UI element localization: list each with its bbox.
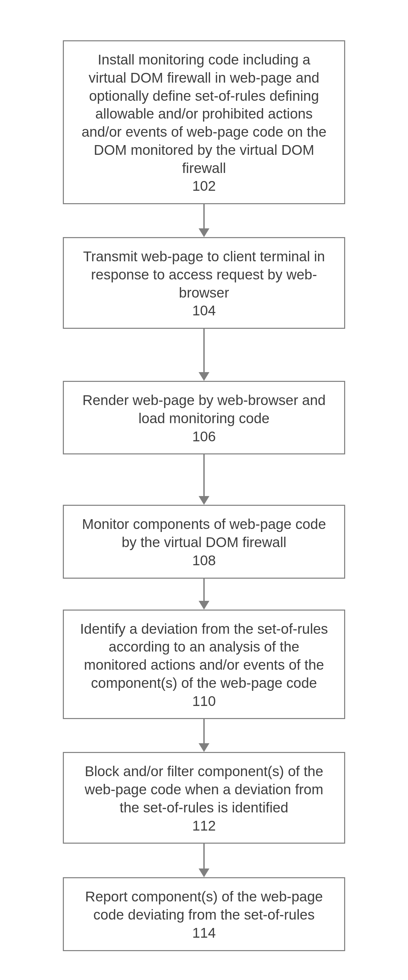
flow-step-114: Report component(s) of the web-page code… <box>63 877 345 951</box>
step-number: 112 <box>77 817 331 835</box>
step-text: Block and/or filter component(s) of the … <box>77 762 331 816</box>
step-number: 114 <box>77 924 331 942</box>
flow-step-102: Install monitoring code including a virt… <box>63 40 345 204</box>
flow-arrow <box>199 844 209 877</box>
flow-arrow <box>199 579 209 609</box>
arrow-shaft <box>203 329 205 372</box>
step-number: 108 <box>77 552 331 570</box>
flow-step-108: Monitor components of web-page code by t… <box>63 505 345 578</box>
flow-arrow <box>199 329 209 381</box>
arrow-shaft <box>203 204 205 228</box>
arrow-shaft <box>203 719 205 743</box>
step-number: 106 <box>77 428 331 445</box>
step-text: Report component(s) of the web-page code… <box>77 888 331 924</box>
flow-step-112: Block and/or filter component(s) of the … <box>63 752 345 844</box>
arrow-head-icon <box>199 601 209 609</box>
step-text: Identify a deviation from the set-of-rul… <box>77 620 331 692</box>
flow-step-104: Transmit web-page to client terminal in … <box>63 237 345 329</box>
step-number: 110 <box>77 692 331 710</box>
arrow-head-icon <box>199 228 209 237</box>
flow-step-110: Identify a deviation from the set-of-rul… <box>63 609 345 719</box>
step-number: 104 <box>77 302 331 320</box>
step-text: Transmit web-page to client terminal in … <box>77 248 331 302</box>
step-number: 102 <box>77 177 331 195</box>
step-text: Render web-page by web-browser and load … <box>77 391 331 428</box>
arrow-head-icon <box>199 496 209 505</box>
arrow-shaft <box>203 579 205 601</box>
step-text: Install monitoring code including a virt… <box>77 51 331 177</box>
step-text: Monitor components of web-page code by t… <box>77 515 331 552</box>
arrow-head-icon <box>199 869 209 877</box>
flow-arrow <box>199 719 209 752</box>
arrow-shaft <box>203 454 205 496</box>
flowchart: Install monitoring code including a virt… <box>0 0 408 980</box>
flow-arrow <box>199 454 209 505</box>
arrow-head-icon <box>199 743 209 752</box>
flow-step-106: Render web-page by web-browser and load … <box>63 381 345 454</box>
arrow-head-icon <box>199 372 209 381</box>
arrow-shaft <box>203 844 205 869</box>
flow-arrow <box>199 204 209 237</box>
